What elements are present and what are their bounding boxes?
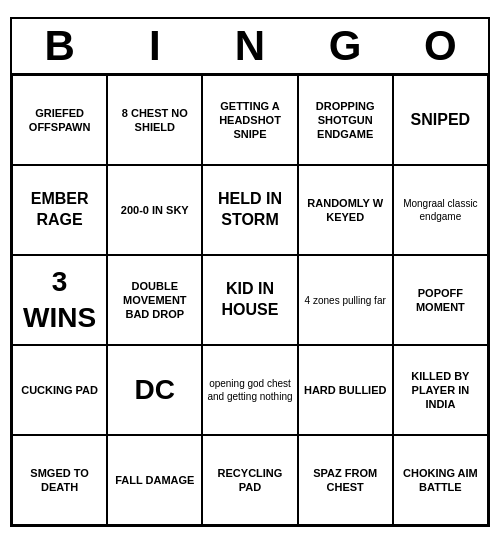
bingo-cell: SPAZ FROM CHEST bbox=[298, 435, 393, 525]
bingo-cell: Mongraal classic endgame bbox=[393, 165, 488, 255]
bingo-cell: opening god chest and getting nothing bbox=[202, 345, 297, 435]
bingo-cell: 4 zones pulling far bbox=[298, 255, 393, 345]
bingo-cell: CUCKING PAD bbox=[12, 345, 107, 435]
bingo-header: B I N G O bbox=[12, 19, 488, 75]
letter-g: G bbox=[301, 23, 389, 69]
bingo-cell: GRIEFED OFFSPAWN bbox=[12, 75, 107, 165]
bingo-grid: GRIEFED OFFSPAWN8 chest no shieldGETTING… bbox=[12, 75, 488, 525]
bingo-cell: GETTING A HEADSHOT SNIPE bbox=[202, 75, 297, 165]
bingo-cell: HELD IN STORM bbox=[202, 165, 297, 255]
bingo-cell: POPOFF MOMENT bbox=[393, 255, 488, 345]
letter-o: O bbox=[396, 23, 484, 69]
bingo-card: B I N G O GRIEFED OFFSPAWN8 chest no shi… bbox=[10, 17, 490, 527]
letter-b: B bbox=[16, 23, 104, 69]
bingo-cell: KILLED BY PLAYER IN INDIA bbox=[393, 345, 488, 435]
bingo-cell: 200-0 IN SKY bbox=[107, 165, 202, 255]
bingo-cell: SNIPED bbox=[393, 75, 488, 165]
bingo-cell: 8 chest no shield bbox=[107, 75, 202, 165]
bingo-cell: DOUBLE MOVEMENT BAD DROP bbox=[107, 255, 202, 345]
bingo-cell: EMBER RAGE bbox=[12, 165, 107, 255]
bingo-cell: SMGED TO DEATH bbox=[12, 435, 107, 525]
bingo-cell: HARD BULLIED bbox=[298, 345, 393, 435]
bingo-cell: KID IN HOUSE bbox=[202, 255, 297, 345]
bingo-cell: RANDOMLY W KEYED bbox=[298, 165, 393, 255]
bingo-cell: RECYCLING PAD bbox=[202, 435, 297, 525]
letter-n: N bbox=[206, 23, 294, 69]
bingo-cell: DC bbox=[107, 345, 202, 435]
bingo-cell: FALL DAMAGE bbox=[107, 435, 202, 525]
bingo-cell: CHOKING AIM BATTLE bbox=[393, 435, 488, 525]
bingo-cell: 3 wins bbox=[12, 255, 107, 345]
letter-i: I bbox=[111, 23, 199, 69]
bingo-cell: DROPPING SHOTGUN ENDGAME bbox=[298, 75, 393, 165]
